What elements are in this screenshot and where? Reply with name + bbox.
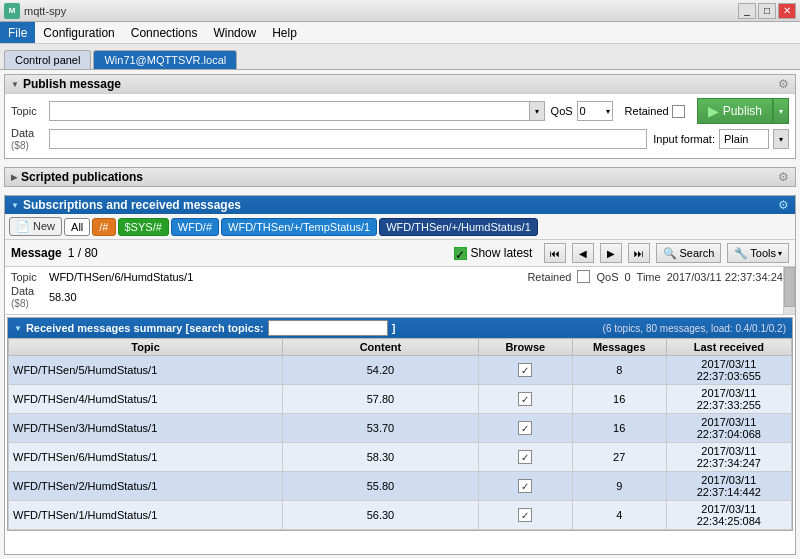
tab-sys[interactable]: $SYS/# [118, 218, 169, 236]
summary-table: Topic Content Browse Messages Last recei… [8, 338, 792, 530]
data-row: Data ($8) Input format: Plain ▾ [11, 127, 789, 151]
message-detail: Topic WFD/THSen/6/HumdStatus/1 Retained … [5, 267, 795, 315]
new-tab-button[interactable]: 📄 New [9, 217, 62, 236]
format-select[interactable]: Plain [719, 129, 769, 149]
cell-topic: WFD/THSen/3/HumdStatus/1 [9, 414, 283, 443]
publish-message-header[interactable]: ▼ Publish message ⚙ [5, 75, 795, 94]
browse-checkbox[interactable] [518, 363, 532, 377]
detail-data-label: Data ($8) [11, 285, 49, 309]
publish-gear-icon[interactable]: ⚙ [778, 77, 789, 91]
publish-form: Topic ▾ QoS 0 ▾ Retained [5, 94, 795, 158]
menu-window[interactable]: Window [205, 22, 264, 43]
detail-time-value: 2017/03/11 22:37:34:247 [667, 271, 789, 283]
table-row[interactable]: WFD/THSen/1/HumdStatus/1 56.30 4 2017/03… [9, 501, 792, 530]
table-row[interactable]: WFD/THSen/2/HumdStatus/1 55.80 9 2017/03… [9, 472, 792, 501]
subscriptions-gear-icon[interactable]: ⚙ [778, 198, 789, 212]
cell-last-received: 2017/03/11 22:37:34:247 [666, 443, 791, 472]
search-button[interactable]: 🔍 Search [656, 243, 721, 263]
show-latest-checkbox[interactable]: ✓ [454, 247, 467, 260]
message-detail-scrollbar[interactable] [783, 267, 795, 314]
main-inner: ▼ Publish message ⚙ Topic ▾ QoS 0 [0, 70, 800, 559]
col-header-last-received: Last received [666, 339, 791, 356]
minimize-button[interactable]: _ [738, 3, 756, 19]
format-value: Plain [724, 133, 748, 145]
table-row[interactable]: WFD/THSen/5/HumdStatus/1 54.20 8 2017/03… [9, 356, 792, 385]
cell-content: 54.20 [283, 356, 479, 385]
detail-right: Retained QoS 0 Time 2017/03/11 22:37:34:… [527, 270, 789, 283]
scripted-publications-header[interactable]: ▶ Scripted publications ⚙ [5, 168, 795, 186]
cell-browse[interactable] [478, 414, 572, 443]
scripted-gear-icon[interactable]: ⚙ [778, 170, 789, 184]
format-dropdown-icon[interactable]: ▾ [773, 129, 789, 149]
detail-topic-row: Topic WFD/THSen/6/HumdStatus/1 Retained … [11, 270, 789, 283]
title-bar-controls: _ □ ✕ [738, 3, 796, 19]
close-button[interactable]: ✕ [778, 3, 796, 19]
publish-label: Publish [723, 104, 762, 118]
new-icon: 📄 [16, 220, 30, 232]
cell-content: 55.80 [283, 472, 479, 501]
scripted-header-left: ▶ Scripted publications [11, 170, 143, 184]
summary-table-header: Topic Content Browse Messages Last recei… [9, 339, 792, 356]
collapse-triangle-icon: ▼ [11, 80, 19, 89]
cell-browse[interactable] [478, 443, 572, 472]
cell-topic: WFD/THSen/2/HumdStatus/1 [9, 472, 283, 501]
tab-control-panel[interactable]: Control panel [4, 50, 91, 69]
topic-input[interactable] [49, 101, 529, 121]
search-topics-input[interactable] [268, 320, 388, 336]
tab-wfd-hash[interactable]: WFD/# [171, 218, 219, 236]
browse-checkbox[interactable] [518, 421, 532, 435]
cell-content: 53.70 [283, 414, 479, 443]
detail-retained-checkbox[interactable] [577, 270, 590, 283]
detail-retained-label: Retained [527, 271, 571, 283]
subscriptions-label: Subscriptions and received messages [23, 198, 241, 212]
cell-browse[interactable] [478, 472, 572, 501]
cell-topic: WFD/THSen/6/HumdStatus/1 [9, 443, 283, 472]
table-row[interactable]: WFD/THSen/4/HumdStatus/1 57.80 16 2017/0… [9, 385, 792, 414]
browse-checkbox[interactable] [518, 479, 532, 493]
tab-hash[interactable]: /# [92, 218, 115, 236]
tools-dropdown-icon: ▾ [778, 249, 782, 258]
browse-checkbox[interactable] [518, 392, 532, 406]
retained-checkbox[interactable] [672, 105, 685, 118]
browse-checkbox[interactable] [518, 508, 532, 522]
qos-label: QoS [551, 105, 573, 117]
col-header-content: Content [283, 339, 479, 356]
cell-browse[interactable] [478, 385, 572, 414]
detail-data-value: 58.30 [49, 291, 789, 303]
publish-dropdown-icon[interactable]: ▾ [773, 98, 789, 124]
retained-label: Retained [625, 105, 669, 117]
maximize-button[interactable]: □ [758, 3, 776, 19]
cell-last-received: 2017/03/11 22:34:25:084 [666, 501, 791, 530]
nav-next-button[interactable]: ▶ [600, 243, 622, 263]
cell-messages: 16 [572, 385, 666, 414]
table-row[interactable]: WFD/THSen/3/HumdStatus/1 53.70 16 2017/0… [9, 414, 792, 443]
data-input[interactable] [49, 129, 647, 149]
browse-checkbox[interactable] [518, 450, 532, 464]
publish-button[interactable]: ▶ Publish [697, 98, 773, 124]
main-content: ▼ Publish message ⚙ Topic ▾ QoS 0 [0, 70, 800, 559]
tab-all[interactable]: All [64, 218, 90, 236]
detail-data-row: Data ($8) 58.30 [11, 285, 789, 309]
menu-configuration[interactable]: Configuration [35, 22, 122, 43]
menu-help[interactable]: Help [264, 22, 305, 43]
cell-browse[interactable] [478, 501, 572, 530]
nav-last-button[interactable]: ⏭ [628, 243, 650, 263]
tab-wfd-humd[interactable]: WFD/THSen/+/HumdStatus/1 [379, 218, 538, 236]
tools-button[interactable]: 🔧 Tools ▾ [727, 243, 789, 263]
tab-bar: Control panel Win71@MQTTSVR.local [0, 44, 800, 70]
subscriptions-header[interactable]: ▼ Subscriptions and received messages ⚙ [5, 196, 795, 214]
topic-dropdown-icon[interactable]: ▾ [529, 101, 545, 121]
cell-browse[interactable] [478, 356, 572, 385]
cell-content: 57.80 [283, 385, 479, 414]
tab-connection[interactable]: Win71@MQTTSVR.local [93, 50, 237, 69]
qos-select[interactable]: 0 ▾ [577, 101, 613, 121]
menu-connections[interactable]: Connections [123, 22, 206, 43]
tab-wfd-temp[interactable]: WFD/THSen/+/TempStatus/1 [221, 218, 377, 236]
search-icon: 🔍 [663, 247, 677, 260]
nav-first-button[interactable]: ⏮ [544, 243, 566, 263]
summary-table-body: WFD/THSen/5/HumdStatus/1 54.20 8 2017/03… [9, 356, 792, 530]
menu-file[interactable]: File [0, 22, 35, 43]
nav-prev-button[interactable]: ◀ [572, 243, 594, 263]
summary-header[interactable]: ▼ Received messages summary [search topi… [8, 318, 792, 338]
table-row[interactable]: WFD/THSen/6/HumdStatus/1 58.30 27 2017/0… [9, 443, 792, 472]
